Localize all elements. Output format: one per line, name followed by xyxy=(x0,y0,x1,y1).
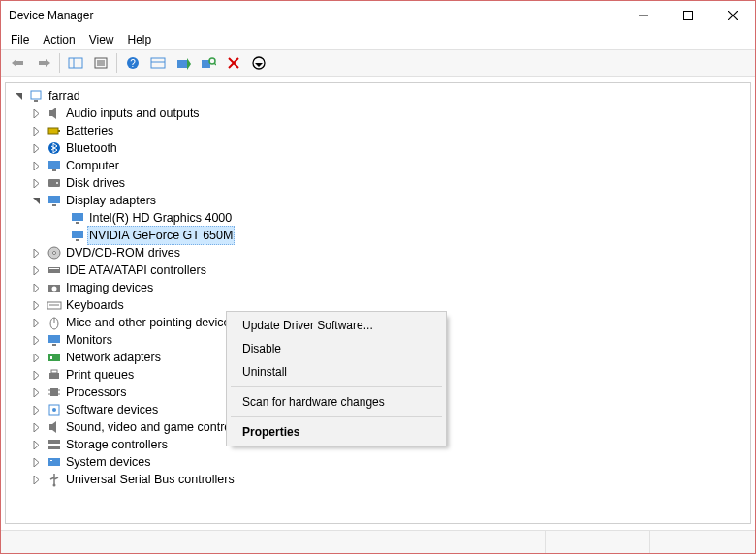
ctx-update-driver[interactable]: Update Driver Software... xyxy=(229,314,444,337)
tree-item-label: DVD/CD-ROM drives xyxy=(66,244,180,262)
battery-icon xyxy=(47,123,62,138)
tree-category[interactable]: Imaging devices xyxy=(10,279,746,296)
tree-spacer xyxy=(52,211,66,225)
expander-icon[interactable] xyxy=(29,420,43,434)
tree-category[interactable]: Computer xyxy=(10,157,746,174)
tree-item-label: Display adapters xyxy=(66,192,156,209)
toolbar: ? xyxy=(1,49,755,77)
tree-root[interactable]: farrad xyxy=(10,87,746,105)
speaker-icon xyxy=(47,419,62,435)
disc-icon xyxy=(47,245,62,261)
monitor-icon xyxy=(70,228,85,243)
nic-icon xyxy=(47,350,62,365)
svg-marker-19 xyxy=(187,58,191,70)
tree-device[interactable]: Intel(R) HD Graphics 4000 xyxy=(10,209,746,227)
expander-icon[interactable] xyxy=(29,194,43,207)
help-button[interactable]: ? xyxy=(121,52,144,74)
menubar: File Action View Help xyxy=(1,30,755,49)
properties-button[interactable] xyxy=(89,52,112,74)
device-tree-panel[interactable]: farradAudio inputs and outputsBatteriesB… xyxy=(5,82,751,524)
tree-item-label: Mice and other pointing devices xyxy=(66,314,236,331)
expander-icon[interactable] xyxy=(29,316,43,329)
svg-text:?: ? xyxy=(130,58,136,69)
ctx-properties[interactable]: Properties xyxy=(229,420,444,444)
menu-file[interactable]: File xyxy=(11,33,29,46)
expander-icon[interactable] xyxy=(12,89,25,103)
update-driver-button[interactable] xyxy=(172,52,195,74)
expander-icon[interactable] xyxy=(29,298,43,312)
tree-category[interactable]: IDE ATA/ATAPI controllers xyxy=(10,262,746,279)
maximize-button[interactable] xyxy=(666,1,710,30)
expander-icon[interactable] xyxy=(29,385,43,399)
svg-marker-68 xyxy=(52,421,56,433)
back-button[interactable] xyxy=(7,52,30,74)
show-hide-console-tree-button[interactable] xyxy=(64,52,87,74)
expander-icon[interactable] xyxy=(29,281,43,294)
expander-icon[interactable] xyxy=(29,176,43,190)
statusbar xyxy=(1,530,755,553)
expander-icon[interactable] xyxy=(29,455,43,469)
tree-item-label: Audio inputs and outputs xyxy=(66,105,200,122)
expander-icon[interactable] xyxy=(29,246,43,260)
tree-category[interactable]: Disk drives xyxy=(10,174,746,192)
svg-rect-58 xyxy=(49,373,59,379)
tree-category[interactable]: Batteries xyxy=(10,122,746,139)
expander-icon[interactable] xyxy=(29,141,43,155)
expander-icon[interactable] xyxy=(29,351,43,364)
svg-rect-69 xyxy=(48,440,60,444)
monitor-icon xyxy=(47,332,62,348)
tree-item-label: Processors xyxy=(66,384,127,401)
menu-view[interactable]: View xyxy=(89,33,114,46)
tree-item-label: System devices xyxy=(66,453,151,471)
expander-icon[interactable] xyxy=(29,107,43,120)
tree-item-label: Storage controllers xyxy=(66,436,168,453)
expander-icon[interactable] xyxy=(29,333,43,347)
disable-button[interactable] xyxy=(247,52,270,74)
svg-rect-5 xyxy=(16,61,23,65)
monitor-icon xyxy=(70,210,85,226)
content-area: farradAudio inputs and outputsBatteriesB… xyxy=(1,77,755,530)
expander-icon[interactable] xyxy=(29,124,43,138)
menu-help[interactable]: Help xyxy=(128,33,152,46)
expander-icon[interactable] xyxy=(29,159,43,172)
svg-rect-46 xyxy=(48,267,60,273)
tree-item-label: Network adapters xyxy=(66,349,161,366)
cpu-icon xyxy=(47,385,62,400)
show-hidden-devices-button[interactable] xyxy=(146,52,170,74)
titlebar: Device Manager xyxy=(1,1,755,30)
tree-category[interactable]: Bluetooth xyxy=(10,139,746,157)
tree-device[interactable]: NVIDIA GeForce GT 650M xyxy=(10,227,746,244)
svg-rect-67 xyxy=(49,424,52,430)
system-icon xyxy=(47,454,62,470)
tree-category[interactable]: Universal Serial Bus controllers xyxy=(10,471,746,488)
uninstall-button[interactable] xyxy=(222,52,245,74)
tree-category[interactable]: DVD/CD-ROM drives xyxy=(10,244,746,262)
expander-icon[interactable] xyxy=(29,368,43,382)
tree-item-label: IDE ATA/ATAPI controllers xyxy=(66,262,206,279)
svg-rect-36 xyxy=(48,179,60,187)
soft-icon xyxy=(47,402,62,417)
svg-rect-28 xyxy=(34,100,38,102)
close-button[interactable] xyxy=(710,1,755,30)
svg-rect-71 xyxy=(48,458,60,466)
expander-icon[interactable] xyxy=(29,263,43,277)
svg-point-49 xyxy=(52,287,57,292)
forward-button[interactable] xyxy=(32,52,55,74)
tree-item-label: Keyboards xyxy=(66,296,124,314)
tree-category[interactable]: Audio inputs and outputs xyxy=(10,105,746,122)
ctx-scan-hardware[interactable]: Scan for hardware changes xyxy=(229,390,444,414)
tree-category[interactable]: System devices xyxy=(10,453,746,471)
status-segment xyxy=(650,531,755,553)
ctx-uninstall[interactable]: Uninstall xyxy=(229,360,444,384)
expander-icon[interactable] xyxy=(29,473,43,486)
menu-action[interactable]: Action xyxy=(43,33,75,46)
minimize-button[interactable] xyxy=(621,1,666,30)
svg-rect-32 xyxy=(58,130,60,132)
expander-icon[interactable] xyxy=(29,438,43,451)
expander-icon[interactable] xyxy=(29,403,43,416)
ctx-disable[interactable]: Disable xyxy=(229,337,444,360)
scan-hardware-button[interactable] xyxy=(197,52,220,74)
tree-category[interactable]: Display adapters xyxy=(10,192,746,209)
toolbar-separator xyxy=(59,53,60,73)
svg-rect-31 xyxy=(48,128,58,134)
